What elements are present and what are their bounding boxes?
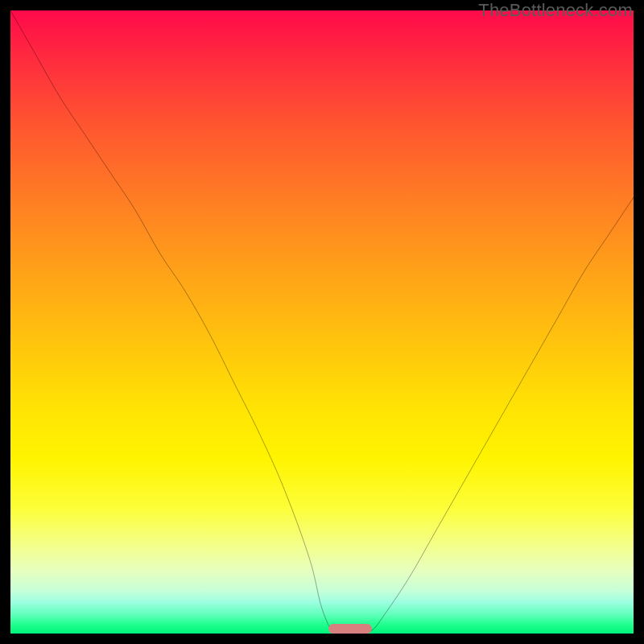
chart-container: TheBottleneck.com — [0, 0, 644, 644]
bottleneck-curve — [10, 10, 634, 634]
watermark-text: TheBottleneck.com — [478, 0, 633, 21]
optimal-marker — [328, 624, 372, 634]
curve-layer — [10, 10, 634, 634]
plot-area — [10, 10, 634, 634]
